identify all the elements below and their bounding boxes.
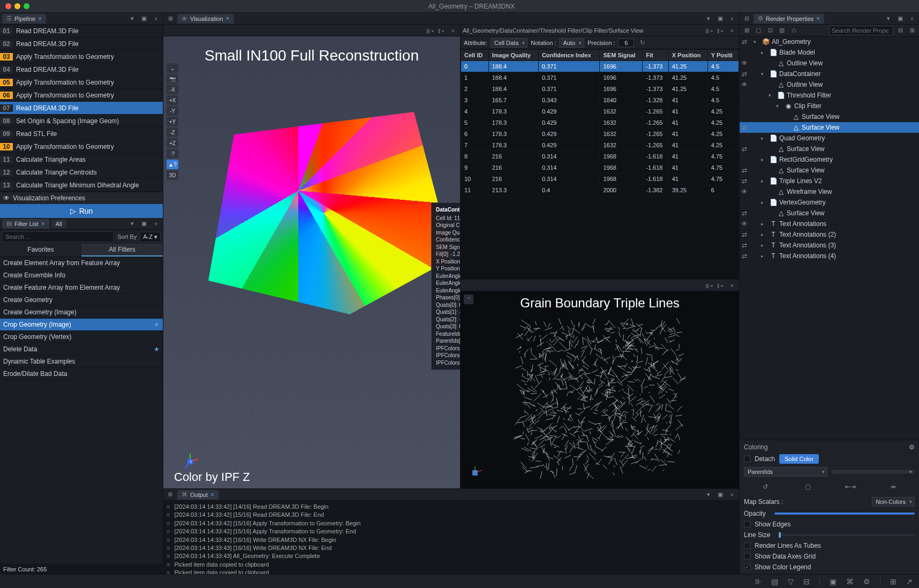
table-row[interactable]: 11213.30.42000-1.38239.256 <box>461 185 739 196</box>
tree-node[interactable]: ⇄▸TText Annotations (4) <box>740 251 919 261</box>
db-icon[interactable]: ⊟ <box>742 14 751 24</box>
tree-node[interactable]: ▾📄Threshold Filter <box>740 90 919 101</box>
precision-input[interactable] <box>618 39 634 47</box>
filter-item[interactable]: Create Geometry (Image) <box>0 306 163 319</box>
table-row[interactable]: 6178.30.4291632-1.265414.25 <box>461 129 739 140</box>
table-row[interactable]: 92160.3141968-1.618414.75 <box>461 162 739 174</box>
attribute-select[interactable]: Cell Data <box>491 38 528 48</box>
view-tool[interactable]: ·? <box>167 149 178 159</box>
table-row[interactable]: 7178.30.4291632-1.265414.25 <box>461 140 739 151</box>
all-tab[interactable]: All <box>51 220 66 228</box>
table-row[interactable]: 5178.30.4291632-1.265414.25 <box>461 117 739 129</box>
gear-icon[interactable]: ⚙ <box>909 443 915 451</box>
filter-item[interactable]: Create Feature Array from Element Array <box>0 282 163 294</box>
gear-icon[interactable]: ⚙ <box>165 490 175 500</box>
status-icon[interactable]: ↗ <box>906 577 913 586</box>
expand-icon[interactable]: ⊞ <box>907 26 917 35</box>
favorites-tab[interactable]: Favorites <box>0 244 81 257</box>
view-tool[interactable]: ⌄ <box>167 63 178 73</box>
collapse-icon[interactable]: ⊟ <box>895 26 905 35</box>
visibility-toggle[interactable]: ⇄ <box>740 252 749 260</box>
zoom-window[interactable] <box>24 3 29 9</box>
pipeline-step[interactable]: 01Read DREAM.3D File <box>0 25 163 37</box>
table-row[interactable]: 1188.40.3711696-1.37341.254.5 <box>461 72 739 84</box>
chevron-down-icon[interactable]: ▾ <box>127 14 137 24</box>
triple-lines-viewport[interactable]: ⌃ Grain Boundary Triple Lines <box>461 291 739 488</box>
filter-item[interactable]: Create Geometry <box>0 294 163 306</box>
visibility-toggle[interactable]: ⇄ <box>740 70 749 78</box>
close-icon[interactable]: × <box>38 15 42 22</box>
pipeline-tab[interactable]: ☰ Pipeline × <box>2 14 46 24</box>
visibility-toggle[interactable]: ⇄ <box>740 167 749 174</box>
split-h-icon[interactable]: ⫼▾ <box>425 26 434 35</box>
layout-icon[interactable]: ▣ <box>715 490 725 500</box>
visibility-toggle[interactable]: ⇄ <box>740 177 749 185</box>
status-icon[interactable]: ⊞ <box>890 577 897 586</box>
view-tool[interactable]: 📷 <box>167 74 178 84</box>
tree-node[interactable]: 👁△Outline View <box>740 58 919 69</box>
legend-checkbox[interactable]: ✓ <box>744 564 750 570</box>
close-panel-icon[interactable]: × <box>727 14 737 24</box>
filter-item[interactable]: Erode/Dilate Bad Data <box>0 368 163 380</box>
close-view-icon[interactable]: × <box>727 281 737 290</box>
tree-node[interactable]: ▸📄Quad Geometry <box>740 133 919 144</box>
layout-icon[interactable]: ▣ <box>139 219 149 229</box>
tree-node[interactable]: ▸📄Blade Model <box>740 47 919 58</box>
chevron-down-icon[interactable]: ▾ <box>704 490 713 500</box>
visualization-preferences[interactable]: 👁 Visualization Preferences <box>0 192 163 204</box>
table-row[interactable]: 4178.30.4291632-1.265414.25 <box>461 106 739 117</box>
tree-node[interactable]: ⇄△Surface View <box>740 144 919 154</box>
vis-tool-icon[interactable]: ⊞ <box>165 14 175 24</box>
solid-color-button[interactable]: Solid Color <box>779 454 819 464</box>
tree-node[interactable]: ⇄▾📄DataContainer <box>740 69 919 79</box>
output-tab[interactable]: ⌘ Output × <box>177 490 219 500</box>
filter-item[interactable]: Create Ensemble Info <box>0 269 163 282</box>
search-input[interactable] <box>2 231 114 242</box>
pipeline-step[interactable]: 05Apply Transformation to Geometry <box>0 76 163 89</box>
tree-node[interactable]: △Surface View <box>740 111 919 122</box>
tree-tool[interactable]: ▢ <box>754 26 763 35</box>
opacity-slider[interactable] <box>774 512 915 515</box>
filter-list[interactable]: Create Element Array from Feature ArrayC… <box>0 257 163 564</box>
view-tool[interactable]: +X <box>167 95 178 105</box>
view-tool[interactable]: ▲? <box>167 160 178 169</box>
status-icon[interactable]: ▽ <box>788 577 794 586</box>
view-tool[interactable]: -Z <box>167 127 178 137</box>
status-icon[interactable]: ⚙ <box>863 577 870 586</box>
status-icon[interactable]: ⌘ <box>846 577 854 586</box>
linesize-slider[interactable] <box>779 534 915 536</box>
pipeline-step[interactable]: 06Apply Transformation to Geometry <box>0 89 163 102</box>
visibility-toggle[interactable]: 👁 <box>740 188 749 195</box>
data-table[interactable]: Cell IDImage QualityConfidence IndexSEM … <box>461 49 739 196</box>
close-view-icon[interactable]: × <box>727 26 737 35</box>
status-icon[interactable]: ⊟ <box>803 577 810 586</box>
view-tool[interactable]: -Y <box>167 106 178 116</box>
chevron-down-icon[interactable]: ▾ <box>884 14 893 24</box>
tree-node[interactable]: 👁△Outline View <box>740 79 919 90</box>
table-row[interactable]: 3165.70.3431840-1.328414.5 <box>461 95 739 106</box>
run-button[interactable]: ▷ Run <box>0 204 163 218</box>
layout-icon[interactable]: ▣ <box>715 14 725 24</box>
visibility-toggle[interactable]: 👁 <box>740 220 749 228</box>
axesgrid-checkbox[interactable] <box>744 553 750 560</box>
filter-item[interactable]: Crop Geometry (Image)★ <box>0 319 163 331</box>
allfilters-tab[interactable]: All Filters <box>81 244 163 257</box>
tree-node[interactable]: ⇄▸TText Annotations (3) <box>740 240 919 251</box>
visibility-toggle[interactable]: ⇄ <box>740 209 749 217</box>
render-tree[interactable]: ⇄▾📦All_Geometry▸📄Blade Model👁△Outline Vi… <box>740 36 919 440</box>
visibility-toggle[interactable]: 👁 <box>740 59 749 67</box>
filterlist-tab[interactable]: ▤ Filter List × <box>2 219 49 229</box>
tree-node[interactable]: ▾◉Clip Filter <box>740 101 919 111</box>
visibility-toggle[interactable]: ⇄ <box>740 242 749 249</box>
tree-node[interactable]: ▸📄VertexGeometry <box>740 197 919 208</box>
axis-gizmo[interactable]: -Y <box>179 451 201 472</box>
tree-node[interactable]: ⇄△Surface View <box>740 122 919 133</box>
pipeline-list[interactable]: 01Read DREAM.3D File02Read DREAM.3D File… <box>0 25 163 192</box>
split-v-icon[interactable]: ⫿▾ <box>436 26 446 35</box>
tree-node[interactable]: ▸📄RectGridGeometry <box>740 154 919 165</box>
component-select[interactable] <box>832 470 915 473</box>
close-panel-icon[interactable]: × <box>151 219 161 229</box>
close-view-icon[interactable]: × <box>448 26 458 35</box>
fit-icon[interactable]: ⇤⇥ <box>846 482 855 492</box>
tree-search-input[interactable] <box>829 26 893 35</box>
